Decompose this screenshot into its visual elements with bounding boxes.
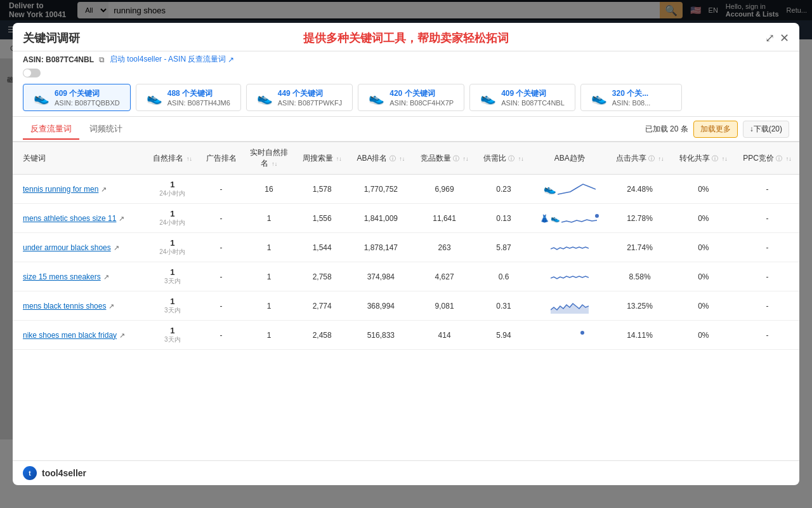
supply-demand-cell-5: 5.94 (476, 321, 532, 350)
competitor-count-cell-3: 4,627 (412, 262, 476, 291)
convert-share-cell-1: 0% (672, 204, 735, 233)
col-aba-rank[interactable]: ABA排名 ⓘ ↑↓ (349, 142, 412, 175)
ppc-bid-cell-1: - (735, 204, 799, 233)
product-card-1[interactable]: 👟 488 个关键词 ASIN: B087TH4JM6 (136, 84, 241, 111)
aba-rank-cell-0: 1,770,752 (349, 175, 412, 204)
tab-traffic[interactable]: 反查流量词 (23, 119, 79, 140)
product-card-0[interactable]: 👟 609 个关键词 ASIN: B087TQBBXD (23, 84, 131, 111)
ppc-bid-cell-2: - (735, 233, 799, 262)
loaded-text: 已加载 20 条 (645, 124, 688, 135)
product-card-info-1: 488 个关键词 ASIN: B087TH4JM6 (167, 88, 230, 107)
col-ad-rank: 广告排名 (199, 142, 243, 175)
toggle-switch[interactable] (23, 69, 41, 77)
weekly-search-cell-0: 1,578 (295, 175, 349, 204)
tabs-left: 反查流量词 词频统计 (23, 119, 130, 138)
table-row: under armour black shoes↗124小时内-11,5441,… (13, 233, 799, 262)
copy-icon[interactable]: ⧉ (99, 55, 105, 64)
table-row: tennis running for men↗124小时内-161,5781,7… (13, 175, 799, 204)
product-card-info-3: 420 个关键词 ASIN: B08CF4HX7P (390, 88, 454, 107)
weekly-search-cell-4: 2,774 (295, 291, 349, 321)
col-weekly-search[interactable]: 周搜索量 ↑↓ (295, 142, 349, 175)
row-external-link-1[interactable]: ↗ (119, 215, 124, 222)
promo-text: 提供多种关键词工具，帮助卖家轻松拓词 (303, 25, 509, 51)
product-card-2[interactable]: 👟 449 个关键词 ASIN: B087TPWKFJ (246, 84, 353, 111)
product-cards-row: 👟 609 个关键词 ASIN: B087TQBBXD 👟 488 个关键词 A… (13, 79, 799, 117)
download-button[interactable]: ↓下载(20) (743, 121, 789, 138)
expand-button[interactable]: ⤢ (765, 31, 775, 45)
keyword-cell-4: mens black tennis shoes↗ (13, 291, 145, 321)
supply-demand-cell-4: 0.31 (476, 291, 532, 321)
row-external-link-0[interactable]: ↗ (101, 185, 107, 193)
competitor-count-cell-0: 6,969 (412, 175, 476, 204)
competitor-count-cell-5: 414 (412, 321, 476, 350)
table-row: mens black tennis shoes↗13天内-12,774368,9… (13, 291, 799, 321)
product-card-asin-1: ASIN: B087TH4JM6 (167, 99, 230, 107)
convert-share-cell-5: 0% (672, 321, 735, 350)
realtime-rank-cell-2: 1 (243, 233, 295, 262)
row-external-link-4[interactable]: ↗ (108, 302, 114, 310)
table-header-row: 关键词 自然排名 ↑↓ 广告排名 实时自然排名 ↑↓ 周搜索量 ↑↓ ABA排名… (13, 142, 799, 175)
product-card-3[interactable]: 👟 420 个关键词 ASIN: B08CF4HX7P (358, 84, 464, 111)
product-card-asin-4: ASIN: B087TC4NBL (501, 99, 565, 107)
col-realtime-rank[interactable]: 实时自然排名 ↑↓ (243, 142, 295, 175)
toggle-knob (23, 69, 31, 77)
col-competitor-count[interactable]: 竞品数量 ⓘ ↑↓ (412, 142, 476, 175)
asin-row: ASIN: B087TC4NBL ⧉ 启动 tool4seller - ASIN… (13, 51, 799, 67)
ppc-bid-cell-0: - (735, 175, 799, 204)
keyword-link-1[interactable]: mens athletic shoes size 11 (23, 214, 116, 223)
product-card-img-4: 👟 (480, 90, 496, 105)
realtime-rank-cell-5: 1 (243, 321, 295, 350)
aba-rank-cell-4: 368,994 (349, 291, 412, 321)
natural-rank-cell-2: 124小时内 (145, 233, 199, 262)
col-convert-share[interactable]: 转化共享 ⓘ ↑↓ (672, 142, 735, 175)
asin-label: ASIN: B087TC4NBL (23, 55, 94, 64)
keyword-cell-0: tennis running for men↗ (13, 175, 145, 204)
keyword-cell-3: size 15 mens sneakers↗ (13, 262, 145, 291)
svg-point-2 (580, 331, 584, 335)
keyword-link-3[interactable]: size 15 mens sneakers (23, 272, 101, 281)
product-card-info-4: 409 个关键词 ASIN: B087TC4NBL (501, 88, 565, 107)
keyword-link-5[interactable]: nike shoes men black friday (23, 331, 117, 340)
product-card-info-5: 320 个关... ASIN: B08... (612, 88, 651, 107)
tool4seller-link[interactable]: 启动 tool4seller - ASIN 反查流量词 ↗ (110, 54, 234, 65)
aba-trend-cell-5 (531, 321, 608, 350)
svg-point-0 (595, 214, 599, 218)
tab-frequency[interactable]: 词频统计 (82, 119, 130, 140)
aba-trend-cell-4 (531, 291, 608, 321)
product-card-count-0: 609 个关键词 (55, 88, 120, 99)
product-card-4[interactable]: 👟 409 个关键词 ASIN: B087TC4NBL (469, 84, 575, 111)
col-click-share[interactable]: 点击共享 ⓘ ↑↓ (608, 142, 671, 175)
keyword-cell-2: under armour black shoes↗ (13, 233, 145, 262)
supply-demand-cell-1: 0.13 (476, 204, 532, 233)
row-external-link-2[interactable]: ↗ (114, 244, 119, 251)
realtime-rank-cell-3: 1 (243, 262, 295, 291)
keyword-link-4[interactable]: mens black tennis shoes (23, 302, 106, 311)
natural-rank-cell-4: 13天内 (145, 291, 199, 321)
product-card-img-5: 👟 (591, 90, 607, 105)
col-natural-rank[interactable]: 自然排名 ↑↓ (145, 142, 199, 175)
keyword-cell-5: nike shoes men black friday↗ (13, 321, 145, 350)
product-card-asin-0: ASIN: B087TQBBXD (55, 99, 120, 107)
click-share-cell-2: 21.74% (608, 233, 671, 262)
aba-trend-cell-2 (531, 233, 608, 262)
product-card-5[interactable]: 👟 320 个关... ASIN: B08... (580, 84, 682, 111)
row-external-link-5[interactable]: ↗ (119, 331, 125, 339)
modal-title-section: 关键词调研 (23, 30, 80, 46)
ppc-bid-cell-5: - (735, 321, 799, 350)
product-card-info-0: 609 个关键词 ASIN: B087TQBBXD (55, 88, 120, 107)
col-keyword: 关键词 (13, 142, 145, 175)
table-container: 关键词 自然排名 ↑↓ 广告排名 实时自然排名 ↑↓ 周搜索量 ↑↓ ABA排名… (13, 142, 799, 460)
col-supply-demand[interactable]: 供需比 ⓘ ↑↓ (476, 142, 532, 175)
supply-demand-cell-2: 5.87 (476, 233, 532, 262)
convert-share-cell-0: 0% (672, 175, 735, 204)
load-more-button[interactable]: 加载更多 (693, 121, 738, 138)
col-aba-trend: ABA趋势 (531, 142, 608, 175)
row-external-link-3[interactable]: ↗ (103, 273, 109, 281)
col-ppc-bid[interactable]: PPC竞价 ⓘ ↑↓ (735, 142, 799, 175)
modal-header-right: ⤢ ✕ (765, 31, 789, 45)
click-share-cell-1: 12.78% (608, 204, 671, 233)
close-button[interactable]: ✕ (780, 31, 789, 45)
keyword-link-2[interactable]: under armour black shoes (23, 243, 111, 252)
keyword-link-0[interactable]: tennis running for men (23, 185, 98, 194)
product-card-info-2: 449 个关键词 ASIN: B087TPWKFJ (278, 88, 342, 107)
